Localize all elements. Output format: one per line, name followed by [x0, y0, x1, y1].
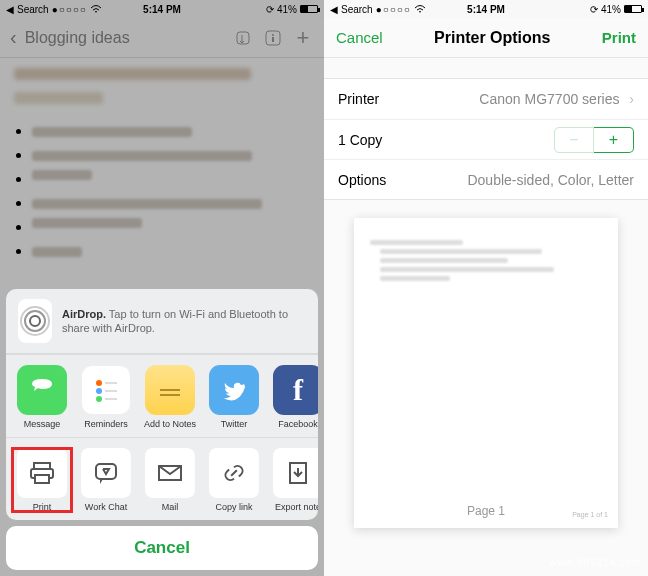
action-copy-link[interactable]: Copy link: [204, 448, 264, 512]
share-sheet: AirDrop. Tap to turn on Wi-Fi and Blueto…: [6, 289, 318, 570]
print-button[interactable]: Print: [602, 29, 636, 46]
back-to-app-caret[interactable]: ◀: [330, 4, 338, 15]
clock: 5:14 PM: [467, 4, 505, 15]
export-note-icon: [273, 448, 318, 498]
notes-icon: [145, 365, 195, 415]
share-actions-row[interactable]: Print Work Chat Mail: [6, 437, 318, 520]
action-export-note[interactable]: Export note: [268, 448, 318, 512]
message-icon: [17, 365, 67, 415]
page-number-label: Page 1: [467, 504, 505, 518]
action-print[interactable]: Print: [12, 448, 72, 512]
share-cancel-button[interactable]: Cancel: [6, 526, 318, 570]
share-app-reminders[interactable]: Reminders: [76, 365, 136, 429]
printer-value: Canon MG7700 series: [479, 91, 619, 107]
printer-options-navbar: Cancel Printer Options Print: [324, 18, 648, 58]
options-row[interactable]: Options Double-sided, Color, Letter: [324, 159, 648, 199]
copies-stepper[interactable]: − +: [554, 127, 634, 153]
print-icon: [17, 448, 67, 498]
share-app-message[interactable]: Message: [12, 365, 72, 429]
twitter-icon: [209, 365, 259, 415]
mail-icon: [145, 448, 195, 498]
cancel-button[interactable]: Cancel: [336, 29, 383, 46]
print-preview[interactable]: Page 1 Page 1 of 1: [324, 200, 648, 528]
copies-row: 1 Copy − +: [324, 119, 648, 159]
action-mail[interactable]: Mail: [140, 448, 200, 512]
printer-settings-group: Printer Canon MG7700 series › 1 Copy − +…: [324, 78, 648, 200]
reminders-icon: [81, 365, 131, 415]
right-screenshot: ◀ Search ●○○○○ 5:14 PM ⟳ 41% Cancel Prin…: [324, 0, 648, 576]
svg-point-9: [96, 396, 102, 402]
page-footer: Page 1 of 1: [572, 511, 608, 518]
action-work-chat[interactable]: Work Chat: [76, 448, 136, 512]
signal-dots-icon: ●○○○○: [376, 4, 411, 15]
svg-point-4: [30, 316, 40, 326]
copy-link-icon: [209, 448, 259, 498]
stepper-plus-button[interactable]: +: [594, 127, 634, 153]
airdrop-row[interactable]: AirDrop. Tap to turn on Wi-Fi and Blueto…: [6, 289, 318, 354]
status-bar: ◀ Search ●○○○○ 5:14 PM ⟳ 41%: [324, 0, 648, 18]
svg-point-8: [96, 388, 102, 394]
chevron-right-icon: ›: [629, 91, 634, 107]
copies-label: 1 Copy: [338, 132, 382, 148]
printer-row[interactable]: Printer Canon MG7700 series ›: [324, 79, 648, 119]
svg-point-5: [25, 311, 45, 331]
svg-rect-14: [160, 394, 180, 396]
svg-rect-20: [96, 464, 116, 479]
share-app-add-to-notes[interactable]: Add to Notes: [140, 365, 200, 429]
work-chat-icon: [81, 448, 131, 498]
airdrop-text: AirDrop. Tap to turn on Wi-Fi and Blueto…: [62, 307, 306, 336]
svg-rect-19: [35, 475, 49, 483]
svg-point-7: [96, 380, 102, 386]
page-title: Printer Options: [434, 29, 550, 47]
orientation-lock-icon: ⟳: [590, 4, 598, 15]
left-screenshot: ◀ Search ●○○○○ 5:14 PM ⟳ 41% ‹ Blogging …: [0, 0, 324, 576]
svg-rect-13: [160, 389, 180, 391]
battery-icon: [624, 5, 642, 13]
share-app-facebook[interactable]: f Facebook: [268, 365, 318, 429]
stepper-minus-button[interactable]: −: [554, 127, 594, 153]
options-value: Double-sided, Color, Letter: [467, 172, 634, 188]
share-app-twitter[interactable]: Twitter: [204, 365, 264, 429]
airdrop-icon: [18, 299, 52, 343]
facebook-icon: f: [273, 365, 318, 415]
back-to-app-label[interactable]: Search: [341, 4, 373, 15]
battery-pct: 41%: [601, 4, 621, 15]
wifi-icon: [414, 4, 426, 14]
share-apps-row[interactable]: Message Reminders Add to Notes: [6, 354, 318, 437]
